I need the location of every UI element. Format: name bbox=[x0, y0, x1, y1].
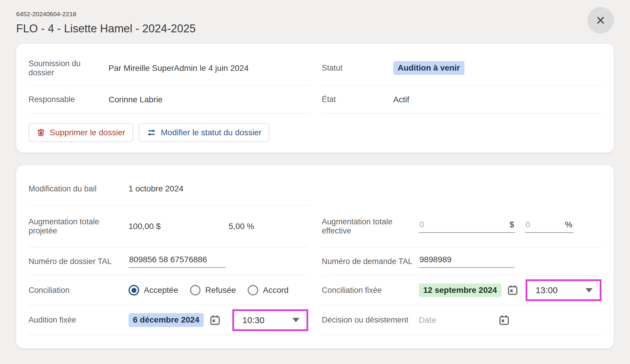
conciliation-time-select[interactable]: 13:00 bbox=[526, 279, 601, 301]
augmentation-projetee-row: Augmentation totale projetée 100,00 $ 5,… bbox=[29, 206, 308, 248]
statut-label: Statut bbox=[322, 64, 393, 73]
audition-time-value: 10:30 bbox=[242, 315, 264, 325]
radio-accord-label[interactable]: Accord bbox=[263, 285, 289, 295]
spacer-row bbox=[322, 172, 601, 206]
soumission-label: Soumission du dossier bbox=[29, 59, 109, 77]
radio-acceptee[interactable] bbox=[129, 285, 139, 295]
decision-label: Décision ou désistement bbox=[322, 315, 419, 325]
responsable-row: Responsable Corinne Labrie bbox=[29, 86, 308, 114]
chevron-down-icon bbox=[586, 288, 593, 293]
effective-amount-field: $ bbox=[419, 220, 515, 233]
case-number: 6452-20240604-2218 bbox=[16, 11, 614, 18]
decision-date-placeholder[interactable]: Date bbox=[419, 315, 498, 325]
etat-row: État Actif bbox=[322, 86, 601, 114]
status-badge: Audition à venir bbox=[393, 61, 464, 75]
percent-suffix: % bbox=[565, 220, 574, 232]
demande-tal-label: Numéro de demande TAL bbox=[322, 257, 419, 266]
conciliation-date-badge[interactable]: 12 septembre 2024 bbox=[419, 283, 501, 297]
effective-percent-input[interactable] bbox=[525, 220, 565, 232]
change-status-label: Modifier le statut du dossier bbox=[161, 128, 261, 137]
dollar-suffix: $ bbox=[509, 220, 515, 232]
conciliation-time-value: 13:00 bbox=[536, 285, 558, 295]
audition-fixee-row: Audition fixée 6 décembre 2024 10:30 bbox=[29, 305, 308, 335]
dossier-tal-input[interactable] bbox=[129, 255, 226, 268]
modification-bail-row: Modification du bail 1 octobre 2024 bbox=[29, 172, 308, 206]
delete-case-button[interactable]: Supprimer le dossier bbox=[29, 123, 133, 142]
audition-date-badge[interactable]: 6 décembre 2024 bbox=[129, 313, 204, 327]
etat-label: État bbox=[322, 95, 393, 104]
dossier-tal-row: Numéro de dossier TAL bbox=[29, 248, 308, 275]
case-detail-page: 6452-20240604-2218 FLO - 4 - Lisette Ham… bbox=[0, 0, 630, 364]
case-actions: Supprimer le dossier Modifier le statut … bbox=[29, 123, 601, 142]
calendar-icon[interactable] bbox=[209, 314, 221, 326]
responsable-label: Responsable bbox=[29, 95, 109, 104]
calendar-icon[interactable] bbox=[498, 314, 510, 326]
audition-time-select[interactable]: 10:30 bbox=[232, 309, 308, 331]
change-status-button[interactable]: Modifier le statut du dossier bbox=[139, 123, 269, 142]
augmentation-effective-row: Augmentation totale effective $ % bbox=[322, 206, 601, 248]
calendar-icon[interactable] bbox=[507, 284, 519, 296]
radio-refusee-label[interactable]: Refusée bbox=[205, 285, 236, 295]
page-header: 6452-20240604-2218 FLO - 4 - Lisette Ham… bbox=[16, 11, 614, 35]
radio-acceptee-label[interactable]: Acceptée bbox=[144, 285, 178, 295]
statut-row: Statut Audition à venir bbox=[322, 51, 601, 86]
demande-tal-row: Numéro de demande TAL bbox=[322, 248, 601, 275]
close-icon bbox=[596, 16, 605, 25]
demande-tal-input[interactable] bbox=[419, 255, 515, 268]
augmentation-projetee-amount: 100,00 $ bbox=[129, 222, 229, 231]
radio-accord[interactable] bbox=[248, 285, 258, 295]
trash-icon bbox=[36, 128, 45, 137]
effective-percent-field: % bbox=[525, 220, 574, 233]
conciliation-fixee-label: Conciliation fixée bbox=[322, 286, 419, 295]
etat-value: Actif bbox=[393, 95, 409, 104]
augmentation-projetee-label: Augmentation totale projetée bbox=[29, 217, 129, 236]
modification-bail-value: 1 octobre 2024 bbox=[129, 184, 184, 193]
augmentation-effective-label: Augmentation totale effective bbox=[322, 217, 419, 236]
radio-refusee[interactable] bbox=[190, 285, 201, 295]
summary-card: Soumission du dossier Par Mireille Super… bbox=[16, 44, 614, 153]
soumission-row: Soumission du dossier Par Mireille Super… bbox=[29, 51, 308, 86]
conciliation-radio-group: Acceptée Refusée Accord bbox=[129, 285, 296, 295]
modification-bail-label: Modification du bail bbox=[29, 184, 129, 193]
decision-row: Décision ou désistement Date bbox=[322, 305, 601, 335]
page-title: FLO - 4 - Lisette Hamel - 2024-2025 bbox=[16, 22, 614, 35]
audition-fixee-label: Audition fixée bbox=[29, 315, 129, 325]
delete-case-label: Supprimer le dossier bbox=[50, 128, 125, 137]
augmentation-projetee-percent: 5,00 % bbox=[229, 222, 254, 231]
chevron-down-icon bbox=[292, 318, 299, 322]
responsable-value: Corinne Labrie bbox=[109, 95, 163, 104]
details-card: Modification du bail 1 octobre 2024 Augm… bbox=[16, 165, 614, 348]
close-button[interactable] bbox=[587, 7, 614, 34]
swap-arrows-icon bbox=[146, 128, 156, 137]
effective-amount-input[interactable] bbox=[419, 220, 509, 232]
dossier-tal-label: Numéro de dossier TAL bbox=[29, 257, 129, 266]
conciliation-fixee-row: Conciliation fixée 12 septembre 2024 13:… bbox=[322, 275, 601, 305]
soumission-value: Par Mireille SuperAdmin le 4 juin 2024 bbox=[109, 64, 249, 73]
conciliation-label: Conciliation bbox=[29, 286, 129, 295]
conciliation-row: Conciliation Acceptée Refusée Accord bbox=[29, 275, 308, 305]
